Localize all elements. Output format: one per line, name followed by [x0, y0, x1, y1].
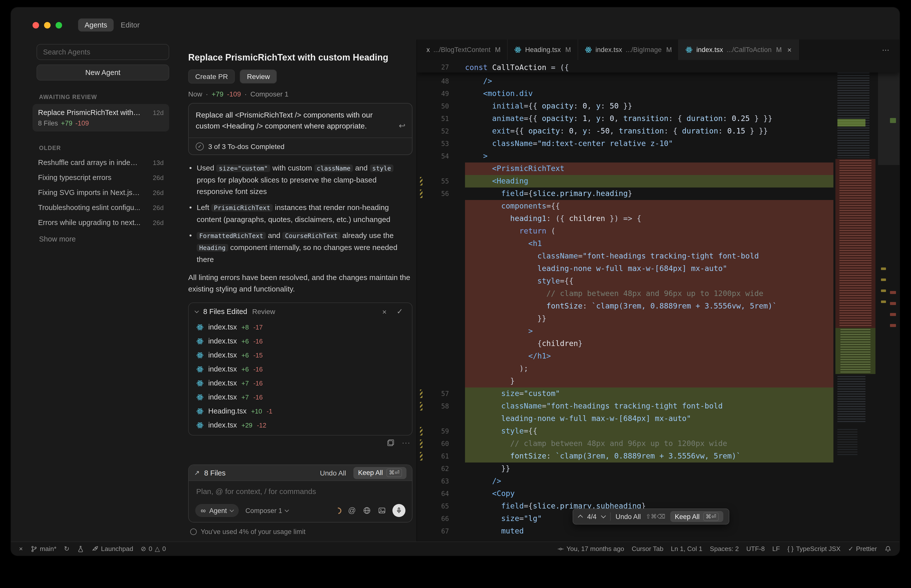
agent-list-item[interactable]: Errors while upgrading to next...26d — [32, 215, 169, 230]
close-tab-icon[interactable]: × — [787, 45, 792, 54]
line-number: 54 — [417, 150, 449, 163]
inline-code: FormattedRichText — [197, 232, 266, 239]
zoom-window-button[interactable] — [55, 22, 62, 28]
reject-all-icon[interactable]: × — [380, 307, 389, 316]
sync-icon[interactable]: ↻ — [64, 545, 70, 552]
inline-code: Heading — [197, 244, 228, 252]
file-removed: -16 — [253, 337, 263, 345]
web-icon[interactable] — [362, 506, 371, 515]
widget-undo-all-button[interactable]: Undo All — [616, 513, 641, 520]
editor-tab[interactable]: x.../BlogTextContentM — [420, 39, 507, 60]
keep-all-button[interactable]: Keep All ⌘⏎ — [353, 467, 407, 479]
review-button[interactable]: Review — [240, 69, 277, 84]
edited-file-row[interactable]: index.tsx+6-16 — [189, 334, 412, 348]
edited-file-row[interactable]: index.tsx+29-12 — [189, 418, 412, 432]
edited-file-row[interactable]: index.tsx+6-15 — [189, 348, 412, 362]
more-actions-icon[interactable]: ··· — [402, 439, 410, 446]
composer-input[interactable] — [195, 486, 405, 496]
line-number: 56 — [417, 187, 449, 200]
copy-icon[interactable] — [387, 439, 394, 446]
create-pr-button[interactable]: Create PR — [188, 69, 235, 84]
tab-agents[interactable]: Agents — [78, 18, 113, 31]
thread-actions: Create PR Review — [188, 69, 412, 84]
line-content: // clamp between 48px and 96px up to 120… — [465, 288, 833, 300]
section-awaiting-review: AWAITING REVIEW — [39, 94, 169, 100]
agent-list-item[interactable]: Fixing SVG imports in Next.js 1626d — [32, 185, 169, 200]
keyboard-shortcut: ⌘⏎ — [703, 512, 718, 521]
mention-icon[interactable]: @ — [348, 506, 356, 515]
close-window-button[interactable] — [32, 22, 39, 28]
model-select[interactable]: Composer 1 — [246, 507, 288, 514]
line-number: 58 — [417, 400, 449, 412]
agent-item-selected[interactable]: Replace PrismicRichText with ... 12d 8 F… — [32, 104, 169, 131]
main-content: New Agent AWAITING REVIEW Replace Prismi… — [11, 39, 900, 541]
flask-icon[interactable] — [77, 545, 84, 552]
edited-file-row[interactable]: index.tsx+6-16 — [189, 362, 412, 376]
editor-tab[interactable]: Heading.tsxM — [507, 39, 578, 60]
editor-tab[interactable]: index.tsx.../CallToActionM× — [679, 39, 799, 60]
agent-list-item[interactable]: Fixing typescript errors26d — [32, 170, 169, 185]
language-mode[interactable]: { } TypeScript JSX — [787, 545, 840, 552]
chevron-down-icon — [285, 508, 289, 512]
files-review-link[interactable]: Review — [252, 307, 275, 315]
line-content: style={{ — [465, 425, 833, 438]
scrollbar[interactable] — [878, 60, 900, 541]
files-panel-header[interactable]: 8 Files Edited Review × ✓ — [189, 303, 412, 320]
react-icon — [196, 421, 204, 429]
todo-check-icon: ✓ — [196, 142, 204, 150]
edited-file-row[interactable]: Heading.tsx+10-1 — [189, 404, 412, 418]
editor-tab[interactable]: index.tsx.../BigImageM — [578, 39, 679, 60]
code-row: } — [417, 375, 900, 388]
formatter-status[interactable]: ✓ Prettier — [848, 545, 877, 552]
undo-all-button[interactable]: Undo All — [320, 469, 346, 477]
agent-mode-select[interactable]: ∞ Agent — [195, 504, 239, 517]
indentation[interactable]: Spaces: 2 — [710, 545, 739, 552]
scrollbar-thumb[interactable] — [878, 60, 900, 165]
widget-keep-all-button[interactable]: Keep All ⌘⏎ — [670, 511, 723, 522]
composer: ↗ 8 Files Undo All Keep All ⌘⏎ — [188, 465, 412, 522]
line-content: leading-none w-full max-w-[684px] mx-aut… — [465, 263, 833, 275]
git-blame[interactable]: You, 17 months ago — [557, 545, 624, 552]
edited-file-row[interactable]: index.tsx+7-16 — [189, 390, 412, 404]
cursor-tab-status[interactable]: Cursor Tab — [632, 545, 663, 552]
code-row: ); — [417, 362, 900, 375]
bell-icon — [885, 545, 892, 552]
agent-item-title: Errors while upgrading to next... — [38, 218, 140, 226]
edited-file-row[interactable]: index.tsx+8-17 — [189, 320, 412, 334]
prev-change-button[interactable] — [578, 515, 583, 520]
line-content: className="md:text-center relative z-10" — [465, 137, 833, 150]
image-attach-icon[interactable] — [378, 506, 386, 515]
file-removed: -17 — [253, 323, 263, 331]
react-icon — [584, 46, 592, 53]
code-row: className="font-headings tracking-tight … — [417, 250, 900, 263]
problems-indicator[interactable]: ⊘ 0 △ 0 — [141, 545, 166, 552]
next-change-button[interactable] — [601, 513, 606, 518]
restore-checkpoint-icon[interactable]: ↩ — [399, 121, 405, 131]
tab-editor[interactable]: Editor — [121, 21, 139, 29]
todos-summary[interactable]: ✓ 3 of 3 To-dos Completed — [189, 137, 412, 155]
launchpad-button[interactable]: Launchpad — [92, 545, 133, 552]
code-view[interactable]: 27const CallToAction = ({ 48 />49 <motio… — [417, 60, 900, 541]
voice-input-button[interactable] — [392, 504, 405, 517]
show-more-button[interactable]: Show more — [39, 235, 169, 243]
line-number: 64 — [417, 488, 449, 500]
search-agents-input[interactable] — [37, 44, 169, 60]
closing-text: All linting errors have been resolved, a… — [188, 271, 412, 294]
cursor-position[interactable]: Ln 1, Col 1 — [671, 545, 702, 552]
minimize-window-button[interactable] — [44, 22, 50, 28]
encoding[interactable]: UTF-8 — [746, 545, 765, 552]
git-branch[interactable]: main* — [30, 545, 57, 552]
notifications-bell[interactable] — [885, 545, 892, 552]
eol[interactable]: LF — [772, 545, 780, 552]
inline-code: PrismicRichText — [211, 204, 273, 212]
minimap[interactable] — [835, 61, 878, 541]
remote-indicator[interactable]: × — [19, 545, 23, 552]
agent-list-item[interactable]: Reshuffle card arrays in index....13d — [32, 155, 169, 170]
more-tabs-icon[interactable]: ⋯ — [882, 45, 890, 54]
edited-file-row[interactable]: index.tsx+7-16 — [189, 376, 412, 390]
accept-all-icon[interactable]: ✓ — [394, 307, 405, 316]
new-agent-button[interactable]: New Agent — [37, 65, 169, 81]
agent-list-item[interactable]: Troubleshooting eslint configu...26d — [32, 200, 169, 215]
pending-files-count[interactable]: 8 Files — [204, 469, 225, 477]
code-row: 50 initial={{ opacity: 0, y: 50 }} — [417, 100, 900, 113]
